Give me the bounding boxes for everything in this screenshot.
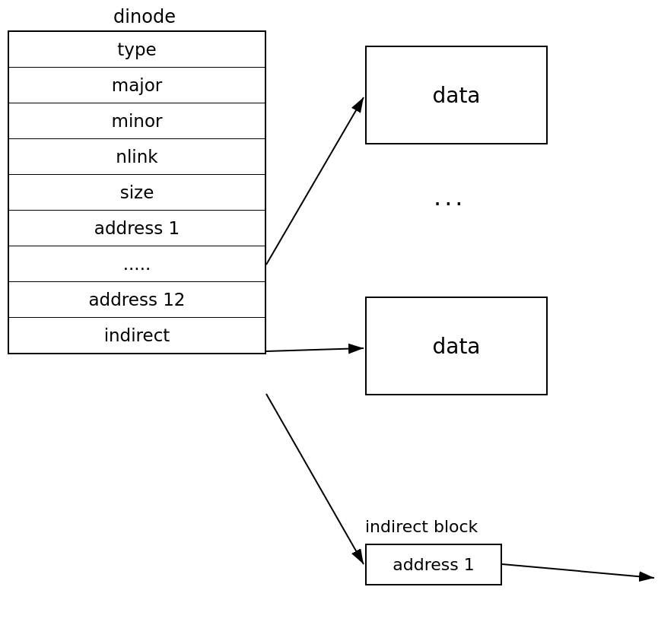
row-major: major <box>9 68 265 103</box>
dinode-title: dinode <box>46 6 243 27</box>
data-box-2: data <box>365 297 548 395</box>
indirect-address-label: address 1 <box>393 555 474 574</box>
ellipsis-dots: ... <box>434 182 466 211</box>
svg-line-3 <box>266 394 364 564</box>
data-box-1: data <box>365 46 548 144</box>
row-minor: minor <box>9 103 265 139</box>
indirect-block-label: indirect block <box>365 517 478 536</box>
row-address12: address 12 <box>9 282 265 318</box>
svg-line-1 <box>266 97 364 265</box>
row-size: size <box>9 175 265 211</box>
row-nlink: nlink <box>9 139 265 175</box>
row-address1: address 1 <box>9 211 265 246</box>
svg-line-4 <box>502 564 654 578</box>
row-dots: ..... <box>9 246 265 282</box>
data-box-2-label: data <box>432 334 480 359</box>
indirect-block-box: address 1 <box>365 544 502 585</box>
data-box-1-label: data <box>432 83 480 108</box>
dinode-table: type major minor nlink size address 1 ..… <box>8 30 266 354</box>
svg-line-2 <box>266 348 364 351</box>
row-indirect: indirect <box>9 318 265 353</box>
row-type: type <box>9 32 265 68</box>
